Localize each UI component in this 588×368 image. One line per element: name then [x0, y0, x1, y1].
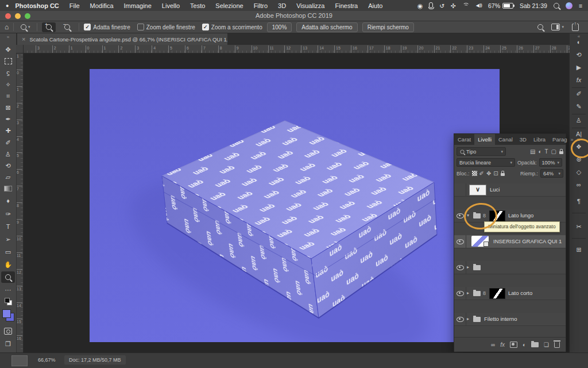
- history-brush-tool[interactable]: ⟲: [0, 160, 16, 171]
- edit-toolbar[interactable]: ⋯: [0, 284, 16, 296]
- zoom-tool[interactable]: [1, 271, 15, 283]
- lasso-tool[interactable]: ϛ: [0, 67, 16, 78]
- filter-icon-1[interactable]: ◐: [538, 148, 541, 155]
- time-machine-icon[interactable]: ↺: [439, 2, 444, 9]
- menu-modifica[interactable]: Modifica: [85, 2, 119, 9]
- filter-icon-0[interactable]: ▤: [530, 148, 535, 155]
- visibility-cell[interactable]: [454, 235, 466, 248]
- smart-object-thumbnail[interactable]: [471, 236, 489, 247]
- libraries-panel[interactable]: ∞: [570, 179, 588, 190]
- menu-photoshop-cc[interactable]: Photoshop CC: [10, 2, 64, 9]
- move-tool[interactable]: ✥: [0, 44, 16, 55]
- menu-livello[interactable]: Livello: [157, 2, 185, 9]
- lock-transparency-icon[interactable]: [472, 171, 477, 176]
- menu-3d[interactable]: 3D: [273, 2, 291, 9]
- visibility-cell[interactable]: [454, 183, 466, 196]
- new-group-icon[interactable]: [531, 342, 539, 347]
- path-selection-tool[interactable]: ➢: [0, 233, 16, 245]
- brushes-panel[interactable]: ✎: [570, 101, 588, 112]
- hand-tool[interactable]: ✋: [0, 259, 16, 270]
- workspace-switcher[interactable]: ▾: [551, 24, 564, 30]
- status-popup-chevron[interactable]: ›: [115, 356, 117, 363]
- lock-pixels-icon[interactable]: ✐: [479, 170, 484, 177]
- tab-carat[interactable]: Carat: [454, 134, 474, 145]
- filter-icon-2[interactable]: T: [544, 148, 548, 155]
- quick-mask-mode[interactable]: [0, 325, 16, 337]
- rectangular-marquee-tool[interactable]: [0, 55, 16, 67]
- zoom-in-button[interactable]: +: [42, 22, 56, 32]
- healing-brush-tool[interactable]: ✚: [0, 125, 16, 136]
- crop-tool[interactable]: ⌗: [0, 90, 16, 102]
- volume-icon[interactable]: ◀: [476, 3, 482, 8]
- zoom-out-button[interactable]: −: [60, 22, 74, 32]
- expand-chevron-icon[interactable]: ▸: [467, 313, 469, 325]
- visibility-cell[interactable]: [454, 209, 466, 222]
- layer-row-filetto-interno[interactable]: ▸Filetto interno: [454, 313, 566, 326]
- link-layers-icon[interactable]: ∞: [491, 342, 495, 348]
- visibility-cell[interactable]: [454, 287, 466, 300]
- zoom-window-button[interactable]: [25, 13, 30, 19]
- channels-panel[interactable]: ⊛: [570, 154, 588, 165]
- expand-chevron-icon[interactable]: ▸: [467, 261, 469, 274]
- button-riempi-schermo[interactable]: Riempi schermo: [362, 22, 414, 32]
- brush-settings-panel[interactable]: ✐: [570, 88, 588, 99]
- home-icon[interactable]: ⌂: [5, 23, 9, 31]
- checkbox-zoom-delle-finestre[interactable]: Zoom delle finestre: [137, 24, 195, 30]
- layer-row-luci[interactable]: ∨Luci: [454, 183, 566, 197]
- zoom-level-field[interactable]: 66,67%: [38, 357, 56, 363]
- search-icon[interactable]: [537, 24, 543, 30]
- clone-stamp-tool[interactable]: ♙: [0, 148, 16, 160]
- adjustment-layer-icon[interactable]: ◐: [523, 342, 526, 348]
- layer-mask-thumbnail[interactable]: [489, 210, 505, 221]
- battery-indicator[interactable]: 67%: [488, 2, 513, 9]
- menu-aiuto[interactable]: Aiuto: [363, 2, 388, 9]
- menu-finestra[interactable]: Finestra: [330, 2, 363, 9]
- layer-row[interactable]: ▸: [454, 261, 566, 274]
- blend-mode-select[interactable]: Brucia lineare▾: [457, 158, 515, 167]
- expand-chevron-icon[interactable]: ▾: [467, 209, 469, 222]
- menu-visualizza[interactable]: Visualizza: [291, 2, 330, 9]
- siri-icon[interactable]: [566, 2, 572, 9]
- panel-menu-icon[interactable]: ≡: [577, 137, 579, 143]
- lock-artboard-icon[interactable]: ⊡: [493, 170, 498, 177]
- timeline-panel[interactable]: ⊞: [570, 244, 588, 255]
- clone-source-panel[interactable]: ♙: [570, 114, 588, 126]
- type-tool[interactable]: T: [0, 221, 16, 232]
- styles-panel[interactable]: fx: [570, 74, 588, 86]
- menu-testo[interactable]: Testo: [185, 2, 210, 9]
- tab-livelli[interactable]: Livelli: [474, 134, 495, 145]
- tab-3d[interactable]: 3D: [516, 134, 530, 145]
- actions-panel[interactable]: ▶: [570, 62, 588, 73]
- filter-lock-icon[interactable]: [559, 151, 563, 154]
- button-adatta-allo-schermo[interactable]: Adatta allo schermo: [296, 22, 357, 32]
- layer-row-lato-lungo[interactable]: ▾8Lato lungo: [454, 209, 566, 223]
- shape-tool[interactable]: ▭: [0, 246, 16, 258]
- minimize-window-button[interactable]: [15, 13, 21, 19]
- blur-tool[interactable]: ♦: [0, 195, 16, 206]
- add-mask-icon[interactable]: [510, 342, 517, 348]
- document-tab[interactable]: × Scatola Cartone-Prospettiva angolare.p…: [17, 33, 227, 45]
- button-100-[interactable]: 100%: [267, 22, 292, 32]
- visibility-cell[interactable]: [454, 261, 466, 274]
- brush-tool[interactable]: ✐: [0, 137, 16, 148]
- customize-toolbar[interactable]: ✂: [570, 221, 588, 232]
- fill-select[interactable]: 64%▾: [540, 169, 563, 178]
- frame-tool[interactable]: ⊠: [0, 102, 16, 113]
- layer-thumbnail[interactable]: ∨: [469, 185, 486, 195]
- menu-file[interactable]: File: [64, 2, 85, 9]
- layer-row-inserisci-grafica-qui-1[interactable]: INSERISCI GRAFICA QUI 1: [454, 235, 566, 248]
- shortcuts-icon[interactable]: ✣: [451, 2, 456, 9]
- layer-mask-thumbnail[interactable]: [489, 288, 505, 299]
- spotlight-icon[interactable]: [554, 3, 559, 9]
- notification-center-icon[interactable]: ≡: [579, 2, 582, 9]
- creative-cloud-icon[interactable]: ◉: [417, 2, 423, 9]
- close-window-button[interactable]: [5, 13, 11, 19]
- foreground-color-swatch[interactable]: [2, 309, 11, 318]
- eyedropper-tool[interactable]: ✒: [0, 113, 16, 125]
- share-icon[interactable]: [572, 24, 579, 31]
- gradient-tool[interactable]: [0, 183, 16, 194]
- collapse-tools-icon[interactable]: »: [0, 33, 16, 41]
- visibility-cell[interactable]: [454, 313, 466, 325]
- new-layer-icon[interactable]: ❏: [544, 342, 549, 348]
- more-panels-icon[interactable]: »: [570, 137, 573, 143]
